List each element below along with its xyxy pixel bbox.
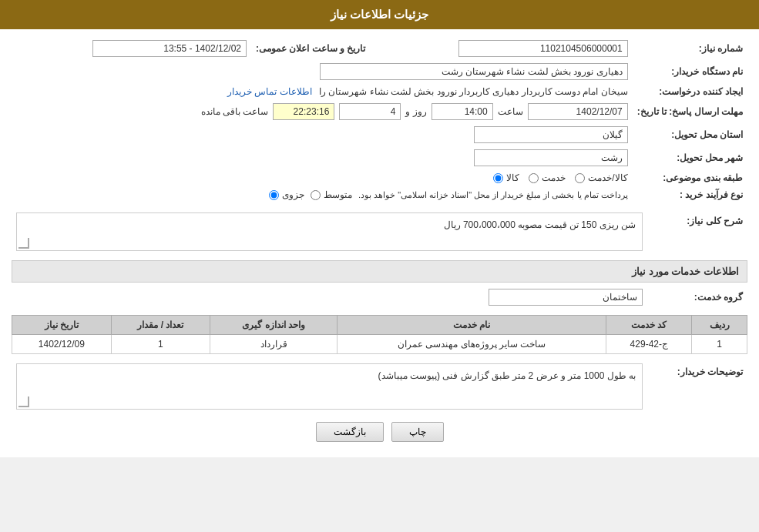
nove-motavaset-item: متوسط: [311, 189, 352, 200]
shahr-value: رشت: [12, 146, 633, 169]
sharh-box: شن ریزی 150 تن قیمت مصوبه 700،000،000 ری…: [16, 212, 643, 251]
toseeat-text: به طول 1000 متر و عرض 2 متر طبق گزارش فن…: [378, 370, 636, 381]
dastgah-input: دهیاری نورود بخش لشت نشاء شهرستان رشت: [320, 63, 628, 80]
page-wrapper: جزئیات اطلاعات نیاز شماره نیاز: 11021045…: [0, 0, 759, 457]
ijad-value: سیخان امام دوست کاربردار دهیاری کاربردار…: [12, 83, 633, 100]
nove-jozvi-radio[interactable]: [269, 190, 279, 200]
cell-tedaad: 1: [111, 335, 210, 354]
saat-label: ساعت: [498, 106, 523, 117]
cell-radif: 1: [692, 335, 747, 354]
cell-name: ساخت سایر پروژه‌های مهندسی عمران: [337, 335, 606, 354]
tabaqe-radios: کالا/خدمت خدمت کالا: [16, 172, 628, 183]
khadamat-section-title: اطلاعات خدمات مورد نیاز: [12, 260, 747, 283]
table-row: 1ج-42-429ساخت سایر پروژه‌های مهندسی عمرا…: [12, 335, 747, 354]
cell-tarikh: 1402/12/09: [12, 335, 112, 354]
nove-radios: پرداخت تمام یا بخشی از مبلغ خریدار از مح…: [16, 189, 628, 200]
rooz-label: روز و: [405, 106, 426, 117]
row-nove: نوع فرآیند خرید : پرداخت تمام یا بخشی از…: [12, 186, 747, 203]
toseeat-box: به طول 1000 متر و عرض 2 متر طبق گزارش فن…: [16, 363, 643, 410]
ijad-label: ایجاد کننده درخواست:: [633, 83, 747, 100]
button-row: چاپ بازگشت: [12, 422, 747, 442]
nove-jozvi-label: جزوی: [282, 189, 304, 200]
tabaqe-kala-radio[interactable]: [493, 173, 503, 183]
cell-vahed: قرارداد: [210, 335, 338, 354]
nove-label: نوع فرآیند خرید :: [633, 186, 747, 203]
tabaqe-kala-item: کالا: [493, 172, 519, 183]
gorooh-label: گروه خدمت:: [647, 286, 747, 309]
shomara-value: 1102104506000001: [370, 37, 632, 60]
shahr-input: رشت: [474, 149, 628, 166]
sharh-row: شرح کلی نیاز: شن ریزی 150 تن قیمت مصوبه …: [12, 209, 747, 254]
nove-description-text: پرداخت تمام یا بخشی از مبلغ خریدار از مح…: [358, 190, 628, 200]
nove-motavaset-radio[interactable]: [311, 190, 321, 200]
mohlat-value: 1402/12/07 ساعت 14:00 روز و 4 22:23:16 س…: [12, 100, 633, 123]
services-table: ردیف کد خدمت نام خدمت واحد اندازه گیری ت…: [12, 315, 747, 354]
mohlat-row: 1402/12/07 ساعت 14:00 روز و 4 22:23:16 س…: [16, 103, 628, 120]
row-shomara: شماره نیاز: 1102104506000001 تاریخ و ساع…: [12, 37, 747, 60]
row-mohlat: مهلت ارسال پاسخ: تا تاریخ: 1402/12/07 سا…: [12, 100, 747, 123]
page-title: جزئیات اطلاعات نیاز: [331, 8, 428, 21]
rooz-input: 4: [339, 103, 401, 120]
ostan-label: استان محل تحویل:: [633, 123, 747, 146]
tabaqe-khedmat-label: خدمت: [542, 172, 566, 183]
back-button[interactable]: بازگشت: [316, 422, 384, 442]
mande-input: 22:23:16: [273, 103, 334, 120]
tabaqe-value: کالا/خدمت خدمت کالا: [12, 169, 633, 186]
tarikh-elan-value: 1402/12/02 - 13:55: [12, 37, 251, 60]
row-dastgah: نام دستگاه خریدار: دهیاری نورود بخش لشت …: [12, 60, 747, 83]
tabaqe-kala-khedmat-item: کالا/خدمت: [575, 172, 627, 183]
nove-value: پرداخت تمام یا بخشی از مبلغ خریدار از مح…: [12, 186, 633, 203]
ostan-input: گیلان: [474, 126, 628, 143]
sharh-value-cell: شن ریزی 150 تن قیمت مصوبه 700،000،000 ری…: [12, 209, 647, 254]
ijad-text: سیخان امام دوست کاربردار دهیاری کاربردار…: [319, 86, 628, 97]
tabaqe-khedmat-item: خدمت: [529, 172, 566, 183]
col-tedaad: تعداد / مقدار: [111, 316, 210, 335]
tabaqe-khedmat-radio[interactable]: [529, 173, 539, 183]
info-table: شماره نیاز: 1102104506000001 تاریخ و ساع…: [12, 37, 747, 203]
saat-input: 14:00: [432, 103, 493, 120]
nove-jozvi-item: جزوی: [269, 189, 304, 200]
tarikh-input: 1402/12/07: [528, 103, 628, 120]
cell-kod: ج-42-429: [606, 335, 692, 354]
print-button[interactable]: چاپ: [391, 422, 444, 442]
tarikh-elan-label: تاریخ و ساعت اعلان عمومی:: [251, 37, 370, 60]
row-ostan: استان محل تحویل: گیلان: [12, 123, 747, 146]
gorooh-input: ساختمان: [489, 289, 643, 306]
col-kod: کد خدمت: [606, 316, 692, 335]
sharh-label: شرح کلی نیاز:: [647, 209, 747, 254]
ostan-value: گیلان: [12, 123, 633, 146]
nove-motavaset-label: متوسط: [324, 189, 352, 200]
tabaqe-label: طبقه بندی موضوعی:: [633, 169, 747, 186]
shahr-label: شهر محل تحویل:: [633, 146, 747, 169]
toseeat-value-cell: به طول 1000 متر و عرض 2 متر طبق گزارش فن…: [12, 360, 647, 413]
col-name: نام خدمت: [337, 316, 606, 335]
services-header-row: ردیف کد خدمت نام خدمت واحد اندازه گیری ت…: [12, 316, 747, 335]
gorooh-table: گروه خدمت: ساختمان: [12, 286, 747, 309]
page-header: جزئیات اطلاعات نیاز: [0, 0, 759, 29]
dastgah-label: نام دستگاه خریدار:: [633, 60, 747, 83]
services-table-body: 1ج-42-429ساخت سایر پروژه‌های مهندسی عمرا…: [12, 335, 747, 354]
col-tarikh: تاریخ نیاز: [12, 316, 112, 335]
content-area: شماره نیاز: 1102104506000001 تاریخ و ساع…: [0, 29, 759, 457]
toseeat-row: توضیحات خریدار: به طول 1000 متر و عرض 2 …: [12, 360, 747, 413]
col-vahed: واحد اندازه گیری: [210, 316, 338, 335]
mande-label: ساعت باقی مانده: [201, 106, 269, 117]
col-radif: ردیف: [692, 316, 747, 335]
tabaqe-kala-label: کالا: [506, 172, 519, 183]
services-table-head: ردیف کد خدمت نام خدمت واحد اندازه گیری ت…: [12, 316, 747, 335]
shomara-label: شماره نیاز:: [633, 37, 747, 60]
row-tabaqe: طبقه بندی موضوعی: کالا/خدمت خدمت کالا: [12, 169, 747, 186]
mohlat-label: مهلت ارسال پاسخ: تا تاریخ:: [633, 100, 747, 123]
dastgah-value: دهیاری نورود بخش لشت نشاء شهرستان رشت: [12, 60, 633, 83]
tarikh-elan-input: 1402/12/02 - 13:55: [92, 40, 247, 57]
tabaqe-kala-khedmat-radio[interactable]: [575, 173, 585, 183]
tabaqe-kala-khedmat-label: کالا/خدمت: [588, 172, 627, 183]
sharh-text: شن ریزی 150 تن قیمت مصوبه 700،000،000 ری…: [444, 219, 636, 230]
shomara-input: 1102104506000001: [458, 40, 628, 57]
ijad-link[interactable]: اطلاعات تماس خریدار: [227, 86, 312, 97]
toseeat-label: توضیحات خریدار:: [647, 360, 747, 413]
sharh-table: شرح کلی نیاز: شن ریزی 150 تن قیمت مصوبه …: [12, 209, 747, 254]
row-ijad: ایجاد کننده درخواست: سیخان امام دوست کار…: [12, 83, 747, 100]
toseeat-table: توضیحات خریدار: به طول 1000 متر و عرض 2 …: [12, 360, 747, 413]
row-shahr: شهر محل تحویل: رشت: [12, 146, 747, 169]
